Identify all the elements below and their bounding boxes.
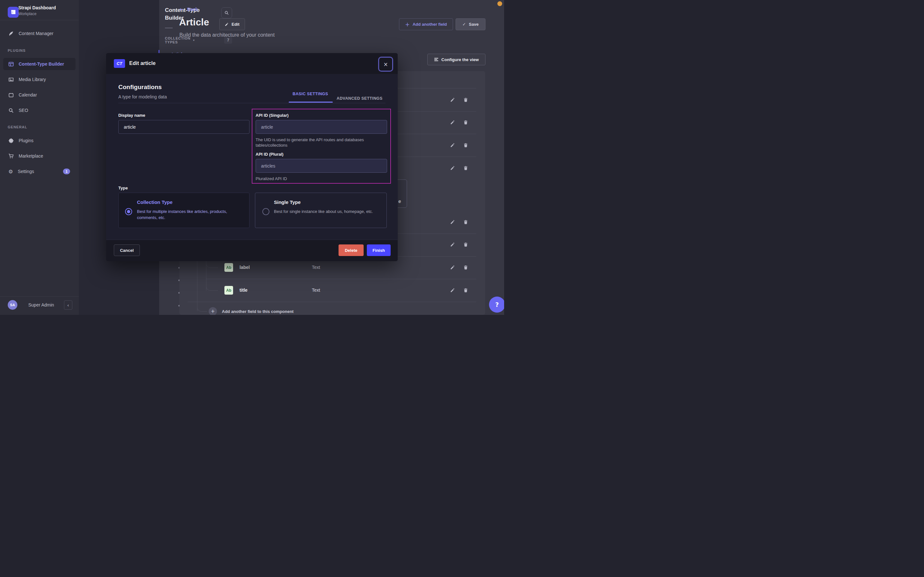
modal-header: CT Edit article ×	[106, 53, 398, 74]
delete-field-button[interactable]	[463, 220, 468, 224]
workspace-name: Workplace	[18, 11, 36, 16]
table-row-actions	[450, 242, 468, 247]
sidebar-item-label: Marketplace	[19, 153, 43, 159]
edit-article-modal: CT Edit article × Configurations A type …	[106, 53, 398, 261]
api-id-singular-input[interactable]	[256, 120, 387, 134]
table-row-actions	[450, 265, 468, 270]
calendar-icon	[8, 92, 14, 98]
table-row-actions	[450, 120, 468, 125]
display-name-input[interactable]	[118, 120, 249, 134]
search-icon	[8, 108, 14, 113]
configure-view-button[interactable]: Configure the view	[427, 54, 485, 65]
api-id-singular-help: The UID is used to generate the API rout…	[256, 137, 376, 148]
edit-field-button[interactable]	[450, 288, 455, 293]
single-type-desc: Best for single instance like about us, …	[274, 208, 380, 214]
sidebar-item-content-manager[interactable]: Content Manager	[0, 27, 79, 40]
sidebar-item-media-library[interactable]: Media Library	[0, 73, 79, 86]
page-subtitle: Build the data architecture of your cont…	[179, 32, 275, 38]
back-link[interactable]: ← Back	[179, 6, 198, 12]
check-icon: ✓	[462, 22, 466, 27]
single-type-card[interactable]: Single Type Best for single instance lik…	[255, 193, 387, 228]
sidebar-item-calendar[interactable]: Calendar	[0, 89, 79, 101]
add-field-to-component-button[interactable]: + Add another field to this component	[209, 307, 294, 315]
chevron-down-icon: ▾	[193, 39, 195, 42]
delete-field-button[interactable]	[463, 242, 468, 247]
brand-name: Strapi Dashboard	[18, 5, 56, 10]
finish-button[interactable]: Finish	[367, 245, 390, 256]
table-row-actions	[450, 288, 468, 293]
edit-field-button[interactable]	[450, 265, 455, 270]
delete-field-button[interactable]	[463, 166, 468, 171]
puzzle-icon	[8, 138, 14, 143]
active-tab-underline	[289, 102, 333, 103]
layout-grid-icon	[8, 61, 14, 67]
api-id-plural-input[interactable]	[256, 159, 387, 173]
avatar[interactable]: SA	[8, 300, 18, 310]
pencil-icon	[225, 23, 228, 26]
field-type: Text	[312, 265, 320, 270]
delete-field-button[interactable]	[463, 120, 468, 125]
api-id-plural-label: API ID (Plural)	[256, 152, 284, 156]
sidebar-item-seo[interactable]: SEO	[0, 104, 79, 117]
close-icon[interactable]: ×	[379, 57, 392, 71]
content-type-badge: CT	[114, 59, 125, 68]
text-field-badge: Ab	[224, 286, 233, 295]
tab-advanced-settings[interactable]: ADVANCED SETTINGS	[337, 96, 398, 101]
collection-type-title: Collection Type	[137, 200, 173, 205]
api-id-singular-label: API ID (Singular)	[256, 113, 289, 118]
search-icon	[224, 11, 229, 15]
save-button[interactable]: ✓ Save	[456, 18, 485, 30]
modal-title: Edit article	[129, 60, 156, 66]
user-name: Super Admin	[28, 302, 54, 308]
delete-field-button[interactable]	[463, 97, 468, 102]
edit-field-button[interactable]	[450, 143, 455, 148]
sidebar-item-marketplace[interactable]: Marketplace	[0, 150, 79, 163]
edit-field-button[interactable]	[450, 166, 455, 171]
delete-field-button[interactable]	[463, 265, 468, 270]
cancel-button[interactable]: Cancel	[114, 245, 140, 256]
radio-selected-icon[interactable]	[125, 208, 132, 215]
tab-basic-settings[interactable]: BASIC SETTINGS	[292, 92, 398, 96]
collection-type-card[interactable]: Collection Type Best for multiple instan…	[118, 193, 249, 228]
plus-circle-icon: +	[209, 307, 217, 315]
display-name-label: Display name	[118, 113, 145, 118]
text-field-badge: Ab	[224, 263, 233, 272]
edit-field-button[interactable]	[450, 242, 455, 247]
api-id-plural-help: Pluralized API ID	[256, 176, 287, 181]
delete-field-button[interactable]	[463, 288, 468, 293]
api-id-highlight-box: API ID (Singular) The UID is used to gen…	[252, 109, 391, 184]
main-sidebar: Strapi Dashboard Workplace Content Manag…	[0, 0, 79, 315]
recording-dot-icon	[497, 1, 502, 6]
plus-icon: +	[405, 21, 410, 27]
gear-icon: ⚙	[8, 169, 13, 174]
collapse-sidebar-button[interactable]: ‹	[64, 300, 72, 310]
add-another-field-button[interactable]: + Add another field	[399, 18, 453, 30]
help-button[interactable]: ?	[489, 297, 504, 313]
sidebar-item-plugins[interactable]: Plugins	[0, 134, 79, 147]
sidebar-item-label: Settings	[18, 169, 34, 174]
sidebar-item-content-type-builder[interactable]: Content-Type Builder	[3, 58, 76, 70]
sidebar-item-label: Plugins	[19, 138, 34, 143]
edit-button[interactable]: Edit	[219, 18, 245, 30]
table-row-actions	[450, 220, 468, 224]
field-type: Text	[312, 287, 320, 293]
delete-field-button[interactable]	[463, 143, 468, 148]
edit-field-button[interactable]	[450, 220, 455, 224]
radio-unselected-icon[interactable]	[262, 208, 269, 215]
field-name: title	[239, 287, 247, 293]
search-button[interactable]	[221, 7, 232, 18]
modal-subheading: A type for modeling data	[118, 94, 167, 99]
single-type-title: Single Type	[274, 200, 301, 205]
sidebar-section-plugins: PLUGINS	[8, 48, 26, 52]
cart-icon	[8, 153, 14, 159]
edit-field-button[interactable]	[450, 97, 455, 102]
type-label: Type	[118, 185, 128, 190]
strapi-logo-icon	[8, 7, 19, 18]
image-icon	[8, 77, 14, 82]
delete-button[interactable]: Delete	[339, 245, 364, 256]
list-icon	[434, 58, 439, 61]
modal-heading: Configurations	[118, 84, 162, 91]
sidebar-item-label: Content-Type Builder	[19, 61, 64, 66]
sidebar-section-general: GENERAL	[8, 125, 27, 129]
edit-field-button[interactable]	[450, 120, 455, 125]
